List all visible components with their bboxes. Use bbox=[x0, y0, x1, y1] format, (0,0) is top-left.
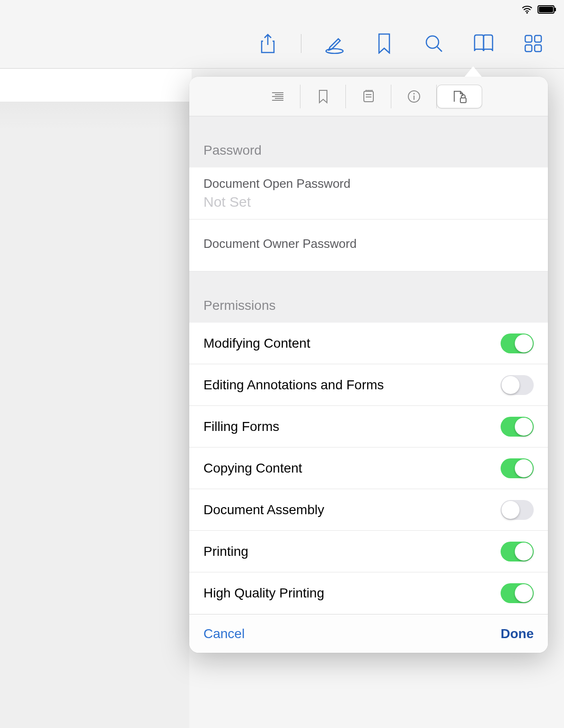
svg-rect-9 bbox=[535, 45, 541, 52]
permission-row: Document Assembly bbox=[189, 489, 548, 531]
permission-row: Printing bbox=[189, 531, 548, 572]
permission-label: Filling Forms bbox=[203, 419, 279, 434]
permission-toggle[interactable] bbox=[501, 375, 534, 395]
popover-footer: Cancel Done bbox=[189, 614, 548, 653]
permission-label: Modifying Content bbox=[203, 336, 310, 351]
bookmark-button[interactable] bbox=[372, 32, 396, 55]
permission-toggle[interactable] bbox=[501, 542, 534, 561]
permission-label: Document Assembly bbox=[203, 502, 324, 517]
main-toolbar bbox=[0, 19, 564, 69]
tab-bookmarks[interactable] bbox=[300, 85, 346, 108]
wifi-icon bbox=[521, 5, 533, 14]
search-button[interactable] bbox=[422, 32, 446, 55]
permission-row: Filling Forms bbox=[189, 406, 548, 447]
permission-label: Editing Annotations and Forms bbox=[203, 377, 384, 393]
permission-toggle[interactable] bbox=[501, 500, 534, 520]
svg-rect-6 bbox=[525, 35, 532, 42]
svg-rect-2 bbox=[539, 7, 553, 12]
permission-toggle[interactable] bbox=[501, 333, 534, 353]
open-password-label: Document Open Password bbox=[203, 176, 351, 191]
cancel-button[interactable]: Cancel bbox=[203, 626, 245, 641]
permission-toggle[interactable] bbox=[501, 458, 534, 478]
permissions-section-header: Permissions bbox=[189, 272, 548, 323]
done-button[interactable]: Done bbox=[501, 626, 534, 641]
permission-row: High Quality Printing bbox=[189, 572, 548, 614]
toggle-knob bbox=[502, 376, 520, 394]
svg-point-4 bbox=[326, 49, 343, 53]
password-section-header: Password bbox=[189, 116, 548, 167]
permission-toggle[interactable] bbox=[501, 583, 534, 603]
toolbar-separator bbox=[301, 34, 301, 53]
svg-rect-8 bbox=[525, 45, 532, 52]
permissions-list: Modifying ContentEditing Annotations and… bbox=[189, 323, 548, 614]
toggle-knob bbox=[515, 418, 533, 436]
toggle-knob bbox=[515, 543, 533, 561]
permission-label: Printing bbox=[203, 544, 248, 559]
svg-point-5 bbox=[426, 36, 439, 48]
toggle-knob bbox=[515, 584, 533, 602]
svg-rect-21 bbox=[460, 98, 466, 103]
open-password-value: Not Set bbox=[203, 194, 251, 210]
permission-row: Modifying Content bbox=[189, 323, 548, 364]
tab-info[interactable] bbox=[391, 85, 437, 108]
open-password-row[interactable]: Document Open Password Not Set bbox=[189, 167, 548, 219]
share-button[interactable] bbox=[256, 32, 280, 55]
toggle-knob bbox=[515, 334, 533, 352]
permission-label: High Quality Printing bbox=[203, 586, 324, 601]
svg-rect-7 bbox=[535, 35, 541, 42]
popover-tab-bar bbox=[189, 77, 548, 116]
secondary-bar bbox=[0, 69, 192, 102]
svg-rect-3 bbox=[555, 8, 556, 11]
permission-row: Editing Annotations and Forms bbox=[189, 364, 548, 406]
tab-security[interactable] bbox=[437, 85, 482, 108]
thumbnails-button[interactable] bbox=[521, 32, 545, 55]
status-bar bbox=[0, 0, 564, 19]
tab-annotations[interactable] bbox=[346, 85, 391, 108]
toggle-knob bbox=[502, 501, 520, 519]
owner-password-row[interactable]: Document Owner Password bbox=[189, 219, 548, 272]
tab-outline[interactable] bbox=[255, 85, 300, 108]
permission-toggle[interactable] bbox=[501, 417, 534, 437]
battery-icon bbox=[538, 5, 556, 14]
outline-button[interactable] bbox=[472, 32, 495, 55]
owner-password-label: Document Owner Password bbox=[203, 237, 357, 251]
background-shadow bbox=[0, 102, 189, 728]
document-security-popover: Password Document Open Password Not Set … bbox=[189, 77, 548, 653]
popover-tab-group bbox=[255, 85, 482, 108]
toggle-knob bbox=[515, 459, 533, 477]
permission-row: Copying Content bbox=[189, 447, 548, 489]
svg-point-19 bbox=[413, 93, 414, 94]
svg-point-0 bbox=[526, 12, 528, 14]
permission-label: Copying Content bbox=[203, 461, 302, 476]
annotate-button[interactable] bbox=[323, 32, 346, 55]
